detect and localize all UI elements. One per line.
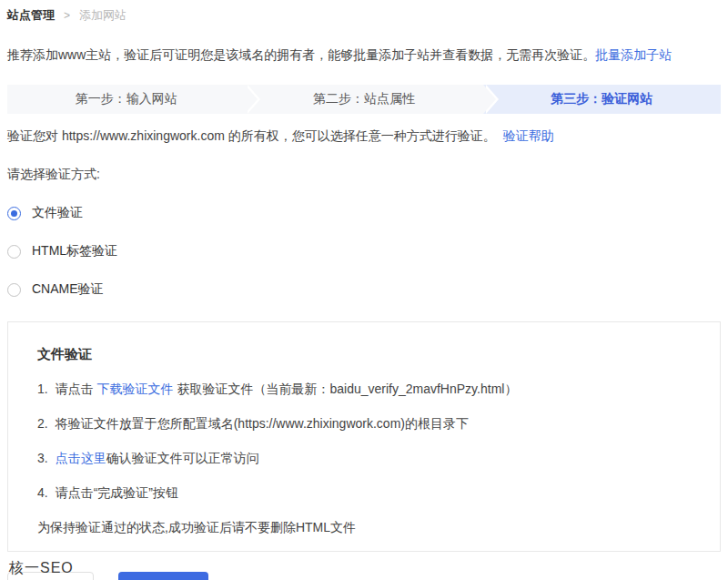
panel-title: 文件验证 <box>37 346 691 363</box>
step-number: 3. <box>37 451 48 465</box>
radio-option-file-verify[interactable]: 文件验证 <box>7 205 721 221</box>
step-text: 请点击 <box>56 382 97 396</box>
step-text: 请点击“完成验证”按钮 <box>56 485 178 500</box>
ownership-text: 验证您对 https://www.zhixingwork.com 的所有权，您可… <box>7 128 496 143</box>
step-1-enter-site: 第一步：输入网站 <box>7 85 245 114</box>
step-3-label: 第三步：验证网站 <box>551 91 652 107</box>
step-text: 将验证文件放置于您所配置域名(https://www.zhixingwork.c… <box>56 416 469 431</box>
ownership-statement: 验证您对 https://www.zhixingwork.com 的所有权，您可… <box>7 128 721 145</box>
step-1-label: 第一步：输入网站 <box>76 91 177 107</box>
download-verify-file-link[interactable]: 下载验证文件 <box>97 382 174 396</box>
radio-option-cname-verify[interactable]: CNAME验证 <box>7 281 721 298</box>
verify-help-link[interactable]: 验证帮助 <box>503 128 554 143</box>
watermark-text: 核一SEO <box>9 559 74 578</box>
panel-step-2: 2.将验证文件放置于您所配置域名(https://www.zhixingwork… <box>37 416 691 432</box>
breadcrumb: 站点管理 > 添加网站 <box>7 7 721 24</box>
radio-option-html-tag-verify[interactable]: HTML标签验证 <box>7 243 721 259</box>
click-here-check-link[interactable]: 点击这里 <box>56 451 106 465</box>
radio-label-html-tag-verify: HTML标签验证 <box>32 243 117 259</box>
footer-actions: 上一步 完成验证 <box>7 572 721 580</box>
complete-verification-button[interactable]: 完成验证 <box>118 572 208 580</box>
panel-note: 为保持验证通过的状态,成功验证后请不要删除HTML文件 <box>37 520 691 536</box>
step-indicator: 第一步：输入网站 第二步：站点属性 第三步：验证网站 <box>7 85 721 114</box>
panel-step-3: 3.点击这里确认验证文件可以正常访问 <box>37 451 691 467</box>
radio-selected-icon[interactable] <box>7 207 21 220</box>
step-2-label: 第二步：站点属性 <box>313 91 415 107</box>
step-number: 1. <box>37 382 48 396</box>
step-text: 获取验证文件（当前最新：baidu_verify_2mavfHnPzy.html… <box>174 382 518 396</box>
radio-unselected-icon[interactable] <box>7 283 21 297</box>
batch-add-subsite-link[interactable]: 批量添加子站 <box>595 47 672 62</box>
step-number: 2. <box>37 416 48 431</box>
panel-step-4: 4.请点击“完成验证”按钮 <box>37 485 691 502</box>
panel-step-1: 1.请点击 下载验证文件 获取验证文件（当前最新：baidu_verify_2m… <box>37 382 691 398</box>
step-2-site-attributes: 第二步：站点属性 <box>245 85 482 114</box>
method-prompt: 请选择验证方式: <box>7 167 721 183</box>
intro-description: 推荐添加www主站，验证后可证明您是该域名的拥有者，能够批量添加子站并查看数据，… <box>7 47 595 62</box>
step-text: 确认验证文件可以正常访问 <box>106 451 259 465</box>
file-verify-panel: 文件验证 1.请点击 下载验证文件 获取验证文件（当前最新：baidu_veri… <box>7 321 721 552</box>
radio-label-file-verify: 文件验证 <box>32 205 83 221</box>
step-number: 4. <box>37 485 48 500</box>
intro-text: 推荐添加www主站，验证后可证明您是该域名的拥有者，能够批量添加子站并查看数据，… <box>7 47 721 64</box>
breadcrumb-separator-icon: > <box>64 9 70 22</box>
breadcrumb-site-management[interactable]: 站点管理 <box>7 7 55 24</box>
radio-label-cname-verify: CNAME验证 <box>32 281 104 298</box>
add-site-page: 站点管理 > 添加网站 推荐添加www主站，验证后可证明您是该域名的拥有者，能够… <box>0 0 728 580</box>
breadcrumb-add-site: 添加网站 <box>79 7 126 24</box>
step-3-verify-site: 第三步：验证网站 <box>483 85 721 114</box>
radio-unselected-icon[interactable] <box>7 245 21 259</box>
